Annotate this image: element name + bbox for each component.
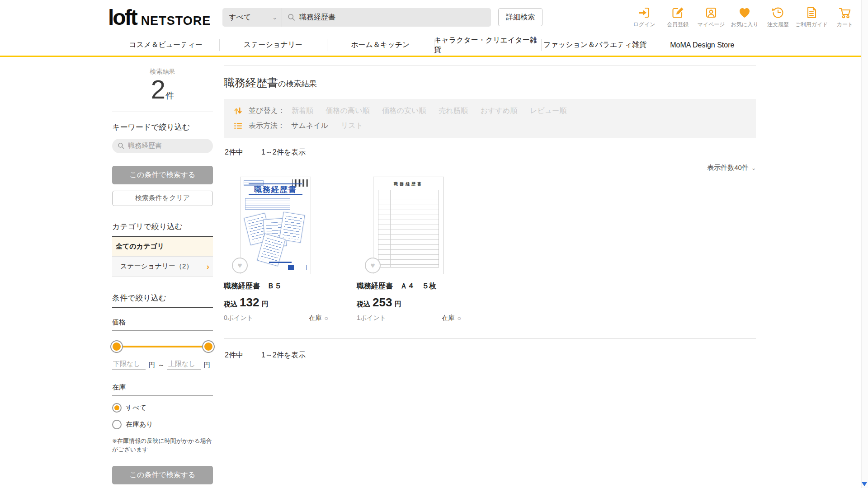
cart-label: カート bbox=[837, 21, 854, 28]
view-option-list[interactable]: リスト bbox=[341, 121, 363, 131]
guide-link[interactable]: ご利用ガイド bbox=[797, 6, 826, 28]
product-title[interactable]: 職務経歴書 Ａ４ ５枚 bbox=[357, 282, 461, 291]
favorites-label: お気に入り bbox=[731, 21, 759, 28]
product-title[interactable]: 職務経歴書 Ｂ５ bbox=[224, 282, 328, 291]
nav-stationery[interactable]: ステーショナリー bbox=[219, 34, 326, 56]
form-table-column-line bbox=[390, 190, 391, 267]
results-bottom-divider bbox=[224, 338, 756, 339]
page-title-suffix: の検索結果 bbox=[278, 80, 316, 88]
price-separator: ～ bbox=[158, 361, 165, 370]
search-input[interactable] bbox=[299, 13, 486, 21]
favorite-toggle-heart-icon[interactable]: ♥ bbox=[365, 258, 381, 273]
product-image-caption: 職務経歴書 bbox=[373, 181, 443, 187]
category-stationery-label: ステーショナリー（2） bbox=[120, 262, 193, 271]
search-category-value: すべて bbox=[229, 13, 251, 22]
search-icon bbox=[288, 13, 295, 21]
favorite-toggle-heart-icon[interactable]: ♥ bbox=[232, 258, 248, 273]
nav-home-kitchen[interactable]: ホーム＆キッチン bbox=[327, 34, 434, 56]
product-meta: 0ポイント 在庫 ○ bbox=[224, 314, 328, 322]
cart-link[interactable]: カート bbox=[830, 6, 860, 28]
search-field-wrap bbox=[282, 8, 491, 27]
product-image-caption: 職務経歴書 bbox=[241, 184, 311, 195]
login-icon bbox=[637, 6, 651, 19]
sort-row: 並び替え： 新着順 価格の高い順 価格の安い順 売れ筋順 おすすめ順 レビュー順 bbox=[234, 106, 746, 116]
header-quick-links: ログイン 会員登録 マイページ bbox=[629, 6, 860, 28]
register-link[interactable]: 会員登録 bbox=[663, 6, 693, 28]
sort-option-bestseller[interactable]: 売れ筋順 bbox=[439, 106, 467, 116]
price-slider-handle-min[interactable] bbox=[111, 341, 122, 352]
stock-option-instock-label: 在庫あり bbox=[126, 420, 153, 429]
product-price: 税込 253 円 bbox=[357, 296, 461, 310]
sort-option-price-low[interactable]: 価格の安い順 bbox=[382, 106, 426, 116]
chevron-down-icon: ⌄ bbox=[751, 165, 756, 171]
category-stationery-item[interactable]: ステーショナリー（2） › bbox=[112, 257, 213, 277]
logo-loft-text: loft bbox=[108, 5, 137, 30]
result-count-total: 2件中 bbox=[225, 351, 243, 360]
keyword-filter-field bbox=[112, 139, 213, 153]
price-slider-handle-max[interactable] bbox=[203, 341, 214, 352]
tax-label: 税込 bbox=[224, 300, 237, 309]
order-history-icon bbox=[771, 6, 785, 19]
nav-fashion-variety[interactable]: ファッション＆バラエティ雑貨 bbox=[541, 34, 648, 56]
result-count-top: 2件中 1～2件を表示 bbox=[225, 148, 755, 157]
clear-filter-button-top[interactable]: 検索条件をクリア bbox=[112, 191, 213, 206]
nav-cosmetics[interactable]: コスメ＆ビューティー bbox=[112, 34, 219, 56]
tax-label: 税込 bbox=[357, 300, 370, 309]
stock-available-icon: ○ bbox=[458, 314, 461, 322]
advanced-search-button[interactable]: 詳細検索 bbox=[498, 8, 542, 26]
sort-option-recommended[interactable]: おすすめ順 bbox=[481, 106, 518, 116]
keyword-filter-input[interactable] bbox=[128, 142, 208, 150]
nav-moma-design-store[interactable]: MoMA Design Store bbox=[649, 34, 756, 56]
product-image-2[interactable]: 職務経歴書 ♥ bbox=[373, 177, 444, 274]
favorites-link[interactable]: お気に入り bbox=[730, 6, 760, 28]
sidebar-divider bbox=[112, 112, 213, 112]
order-history-link[interactable]: 注文履歴 bbox=[763, 6, 793, 28]
price-min-unit: 円 bbox=[148, 361, 155, 370]
login-link[interactable]: ログイン bbox=[629, 6, 659, 28]
loft-netstore-page: loft NETSTORE すべて ⌄ 詳細検索 bbox=[0, 0, 868, 488]
mypage-link[interactable]: マイページ bbox=[696, 6, 726, 28]
sort-option-newest[interactable]: 新着順 bbox=[292, 106, 313, 116]
stock-label: 在庫 bbox=[442, 314, 455, 322]
page-title-keyword: 職務経歴書 bbox=[224, 76, 278, 89]
product-card-2[interactable]: 職務経歴書 ♥ 職務経歴書 Ａ４ ５枚 税込 253 円 bbox=[357, 177, 461, 322]
price-min-input[interactable] bbox=[112, 359, 146, 370]
view-options: サムネイル リスト bbox=[291, 121, 363, 131]
category-all-item[interactable]: 全てのカテゴリ bbox=[112, 237, 213, 257]
price-slider-track bbox=[113, 346, 212, 347]
cart-icon bbox=[838, 6, 852, 19]
apply-filter-button-top[interactable]: この条件で検索する bbox=[112, 166, 213, 184]
content-area: 検索結果 2件 キーワードで絞り込む この条件で検索する 検索条件をクリア カテ… bbox=[112, 57, 756, 488]
stock-option-instock[interactable]: 在庫あり bbox=[112, 420, 213, 429]
product-card-1[interactable]: 職務経歴書 ♥ 職務経歴書 Ｂ５ bbox=[224, 177, 328, 322]
per-page-select[interactable]: 表示件数40件 ⌄ bbox=[707, 164, 756, 172]
keyword-filter-title: キーワードで絞り込む bbox=[112, 122, 213, 132]
browser-scrollbar[interactable] bbox=[861, 0, 868, 488]
view-option-thumbnail[interactable]: サムネイル bbox=[291, 121, 328, 131]
stock-option-all[interactable]: すべて bbox=[112, 403, 213, 413]
favorites-heart-icon bbox=[738, 6, 751, 19]
stock-note: ※在庫情報の反映に時間がかかる場合がございます bbox=[112, 436, 213, 454]
sort-label: 並び替え： bbox=[249, 106, 285, 116]
sort-option-price-high[interactable]: 価格の高い順 bbox=[326, 106, 370, 116]
search-category-select[interactable]: すべて ⌄ bbox=[222, 8, 282, 27]
product-grid: 職務経歴書 ♥ 職務経歴書 Ｂ５ bbox=[224, 177, 756, 322]
result-count-total: 2件中 bbox=[225, 148, 243, 157]
nav-character-goods[interactable]: キャラクター・クリエイター雑貨 bbox=[434, 34, 541, 56]
product-image-sheet-a4: 職務経歴書 bbox=[373, 177, 444, 274]
currency-label: 円 bbox=[261, 300, 268, 309]
radio-selected-icon bbox=[112, 403, 122, 413]
apply-filter-button-bottom[interactable]: この条件で検索する bbox=[112, 466, 213, 484]
sort-option-review[interactable]: レビュー順 bbox=[530, 106, 566, 116]
publisher-logo bbox=[288, 265, 307, 270]
scrollbar-down-icon[interactable] bbox=[862, 482, 867, 486]
stock-label: 在庫 bbox=[309, 314, 322, 322]
form-table bbox=[378, 190, 439, 267]
view-label: 表示方法： bbox=[249, 121, 285, 131]
guide-icon bbox=[805, 6, 818, 19]
price-filter-label: 価格 bbox=[112, 318, 213, 331]
loft-logo[interactable]: loft NETSTORE bbox=[108, 5, 211, 30]
product-image-1[interactable]: 職務経歴書 ♥ bbox=[240, 177, 311, 274]
price-max-input[interactable] bbox=[167, 359, 201, 370]
page-title: 職務経歴書の検索結果 bbox=[224, 75, 756, 90]
